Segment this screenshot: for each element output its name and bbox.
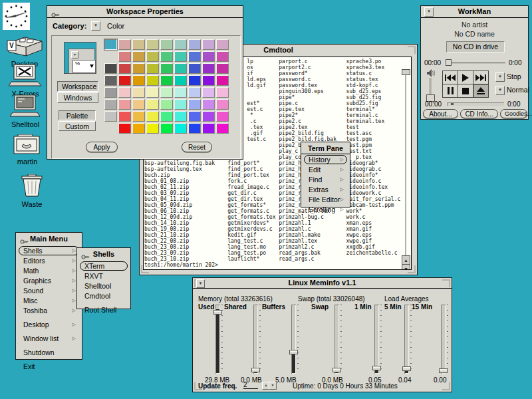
workman-titlebar[interactable]: ▼ WorkMan (421, 6, 528, 18)
shells-titlebar[interactable]: Shells (77, 248, 130, 261)
main-menu-item-shutdown[interactable]: Shutdown (19, 348, 79, 357)
palette-swatch[interactable] (188, 63, 201, 74)
martin-folder-icon[interactable]: martin (12, 134, 43, 166)
prev-track-button[interactable] (442, 70, 458, 84)
palette-swatch[interactable] (188, 123, 201, 134)
palette-swatch[interactable] (146, 87, 159, 98)
term-pane-item-file-editor[interactable]: File Editor▷ (304, 195, 347, 204)
palette-swatch[interactable] (118, 51, 131, 62)
palette-swatch[interactable] (118, 87, 131, 98)
palette-swatch[interactable] (146, 123, 159, 134)
term-pane-item-scrolling[interactable]: Scrolling▷ (304, 205, 347, 214)
category-menu-button[interactable]: ▼ (91, 21, 100, 31)
shells-item-shelltool[interactable]: Shelltool (80, 281, 128, 291)
palette-swatch[interactable] (216, 75, 229, 86)
palette-swatch[interactable] (118, 123, 131, 134)
palette-swatch[interactable] (160, 39, 173, 50)
slider-track-5-min[interactable] (404, 305, 409, 374)
palette-swatch[interactable] (202, 111, 215, 122)
palette-swatch[interactable] (118, 63, 131, 74)
palette-swatch[interactable] (104, 63, 117, 74)
cd-progress-bar[interactable] (447, 102, 504, 106)
slider-track-used[interactable] (215, 305, 220, 374)
custom-button[interactable]: Custom (59, 121, 96, 131)
next-track-button[interactable] (473, 70, 489, 84)
palette-swatch[interactable] (216, 111, 229, 122)
x-errors-icon[interactable]: X-Errors (8, 64, 43, 98)
palette-swatch[interactable] (174, 75, 187, 86)
palette-swatch[interactable] (118, 75, 131, 86)
palette-swatch[interactable] (146, 99, 159, 110)
scrollbar-down-button[interactable]: ▼ (402, 264, 410, 270)
palette-swatch[interactable] (132, 99, 145, 110)
apply-button[interactable]: Apply (86, 142, 118, 152)
desktop-icon[interactable]: V Desktop (5, 35, 44, 68)
palette-swatch[interactable] (174, 51, 187, 62)
shelltool-icon[interactable]: Shelltool (9, 94, 41, 128)
pause-button[interactable] (442, 84, 458, 98)
palette-swatch[interactable] (118, 111, 131, 122)
eject-button[interactable] (473, 84, 489, 98)
term-pane-item-history[interactable]: History▷ (304, 155, 347, 164)
palette-swatch[interactable] (188, 51, 201, 62)
palette-swatch[interactable] (216, 51, 229, 62)
palette-swatch[interactable] (160, 51, 173, 62)
stop-button[interactable] (458, 84, 473, 98)
palette-swatch[interactable] (118, 39, 131, 50)
palette-swatch[interactable] (160, 123, 173, 134)
palette-swatch[interactable] (216, 63, 229, 74)
play-button[interactable] (458, 70, 473, 84)
main-menu-item-sound[interactable]: Sound▷ (19, 286, 79, 295)
term-pane-item-find[interactable]: Find▷ (304, 175, 347, 184)
palette-swatch[interactable] (202, 75, 215, 86)
palette-swatch[interactable] (174, 99, 187, 110)
palette-swatch[interactable] (146, 63, 159, 74)
slider-track-1-min[interactable] (374, 305, 379, 374)
palette-swatch[interactable] (188, 87, 201, 98)
shells-item-root-shell[interactable]: Root Shell (80, 305, 128, 315)
term-pane-item-extras[interactable]: Extras▷ (304, 185, 347, 194)
waste-icon[interactable]: Waste (19, 174, 45, 208)
main-menu-item-window-list[interactable]: Window list▷ (19, 334, 79, 343)
scrollbar-up-button[interactable]: ▲ (402, 255, 410, 265)
main-menu-item-exit[interactable]: Exit (19, 362, 79, 371)
windows-button[interactable]: Windows (57, 92, 98, 103)
track-slider-handle[interactable] (446, 59, 452, 66)
palette-swatch[interactable] (160, 111, 173, 122)
freq-decrease-button[interactable]: ▼ (269, 382, 277, 390)
workspace-button[interactable]: Workspace (57, 81, 98, 92)
palette-swatch[interactable] (174, 87, 187, 98)
scrollbar-top-anchor[interactable] (402, 69, 410, 75)
palette-swatch[interactable] (132, 39, 145, 50)
palette-button[interactable]: Palette (59, 110, 96, 120)
palette-swatch[interactable] (202, 51, 215, 62)
slider-track-15-min[interactable] (441, 305, 446, 374)
palette-swatch[interactable] (174, 39, 187, 50)
palette-swatch[interactable] (160, 63, 173, 74)
play-mode-menu-button[interactable]: ▼ (495, 72, 505, 82)
palette-swatch[interactable] (188, 111, 201, 122)
slider-track-swap[interactable] (334, 305, 339, 374)
palette-swatch[interactable] (160, 99, 173, 110)
shells-item-xterm[interactable]: XTerm (80, 261, 128, 271)
palette-swatch[interactable] (146, 75, 159, 86)
main-menu-titlebar[interactable]: Main Menu (16, 233, 82, 245)
cd-info-button[interactable]: CD Info... (460, 109, 498, 118)
term-pane-item-edit[interactable]: Edit▷ (304, 165, 347, 174)
main-menu-item-toshiba[interactable]: Toshiba▷ (19, 306, 79, 315)
main-menu-item-misc[interactable]: Misc▷ (19, 296, 79, 305)
shells-item-rxvt[interactable]: RXVT (80, 271, 128, 281)
palette-swatch[interactable] (216, 123, 229, 134)
palette-swatch[interactable] (104, 111, 117, 122)
palette-swatch[interactable] (132, 63, 145, 74)
palette-swatch[interactable] (188, 99, 201, 110)
palette-swatch[interactable] (202, 87, 215, 98)
palette-swatch[interactable] (160, 87, 173, 98)
update-freq-input[interactable]: 2 (243, 381, 258, 389)
shells-item-cmdtool[interactable]: Cmdtool (80, 291, 128, 301)
palette-swatch[interactable] (132, 51, 145, 62)
palette-swatch[interactable] (132, 123, 145, 134)
palette-swatch[interactable] (216, 39, 229, 50)
main-menu-item-shells[interactable]: Shells▷ (19, 246, 79, 255)
main-menu-item-math[interactable]: Math▷ (19, 266, 79, 275)
